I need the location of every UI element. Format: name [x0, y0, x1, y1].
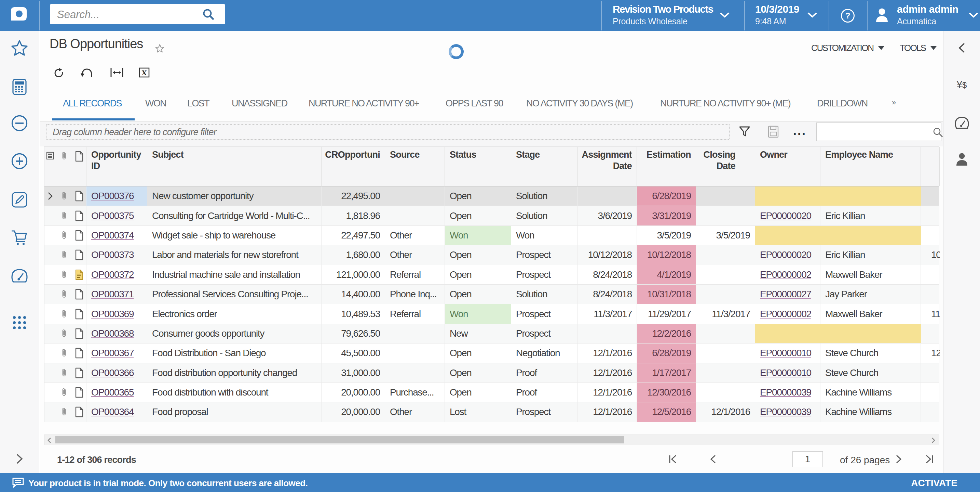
svg-text:X: X: [142, 69, 147, 77]
svg-text:?: ?: [845, 11, 851, 20]
